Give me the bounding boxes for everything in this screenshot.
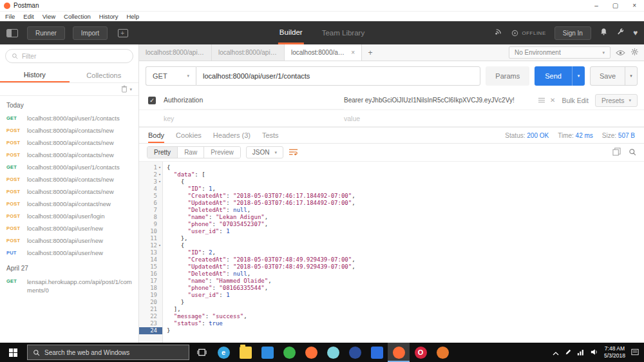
app-teal-icon[interactable] (322, 343, 344, 362)
tab-cookies[interactable]: Cookies (176, 128, 202, 143)
chevron-down-icon[interactable]: ▾ (129, 87, 132, 92)
app-blue-tile-icon[interactable] (366, 343, 388, 362)
method-select[interactable]: GET ▾ (146, 66, 196, 86)
menu-edit[interactable]: Edit (23, 13, 33, 20)
taskbar-clock[interactable]: 7:48 AM 5/3/2018 (604, 345, 625, 359)
history-item[interactable]: POSTlocalhost:8000/api/user/login (0, 210, 138, 222)
header-value[interactable]: Bearer eyJhbGciOiJIUzI1NilsInR5cCl6IkpXV… (344, 97, 535, 104)
tab-team-library[interactable]: Team Library (321, 21, 366, 44)
volume-icon[interactable] (591, 347, 598, 358)
history-item[interactable]: POSTlocalhost:8000/api/contacts/new (0, 173, 138, 186)
environment-preview-eye-icon[interactable] (616, 47, 625, 59)
history-item[interactable]: POSTlocalhost:8000/api/contact/new (0, 198, 138, 210)
save-options-caret[interactable]: ▾ (625, 67, 637, 85)
raw-button[interactable]: Raw (178, 147, 204, 158)
start-button[interactable] (0, 343, 26, 362)
filter-input[interactable]: Filter (5, 49, 133, 63)
size-value[interactable]: 507 B (618, 132, 635, 139)
firefox-icon[interactable] (300, 343, 322, 362)
presets-dropdown[interactable]: Presets ▾ (595, 94, 638, 107)
time-value[interactable]: 42 ms (576, 132, 593, 139)
tab-builder[interactable]: Builder (278, 21, 304, 44)
capture-satellite-icon[interactable] (493, 27, 503, 39)
url-input[interactable]: localhost:8000/api/user/1/contacts (196, 66, 480, 86)
new-request-tab-button[interactable]: + (362, 44, 379, 61)
tools-wrench-icon[interactable] (616, 27, 625, 39)
history-item[interactable]: POSTlocalhost:8000/api/contacts/new (0, 186, 138, 198)
drag-handle-icon[interactable] (538, 98, 545, 103)
tab-headers[interactable]: Headers (3) (213, 128, 251, 143)
app-navy-icon[interactable] (344, 343, 366, 362)
maximize-button[interactable]: ▢ (612, 2, 618, 9)
preview-button[interactable]: Preview (204, 147, 240, 158)
history-item[interactable]: POSTlocalhost:8000/api/user/new (0, 222, 138, 234)
save-button[interactable]: Save ▾ (590, 66, 638, 86)
minimize-button[interactable]: – (594, 2, 598, 9)
search-response-icon[interactable] (629, 147, 636, 158)
send-label[interactable]: Send (535, 66, 572, 86)
params-button[interactable]: Params (486, 66, 529, 86)
header-key[interactable]: Authorization (164, 91, 344, 110)
tray-expand-chevron-icon[interactable] (553, 347, 559, 358)
menu-collection[interactable]: Collection (64, 13, 91, 20)
app-orange-icon[interactable] (431, 343, 453, 362)
bulk-edit-button[interactable]: Bulk Edit (562, 97, 588, 104)
import-button[interactable]: Import (73, 26, 108, 40)
history-item[interactable]: PUTlocalhost:8000/api/user/new (0, 247, 138, 259)
status-value[interactable]: 200 OK (527, 132, 549, 139)
opera-icon[interactable]: O (410, 343, 431, 362)
new-header-key-placeholder[interactable]: key (164, 115, 344, 122)
wrap-lines-icon[interactable] (289, 147, 298, 158)
app-green-icon[interactable] (278, 343, 300, 362)
taskbar-search[interactable]: Search the web and Windows (27, 345, 189, 360)
menu-history[interactable]: History (99, 13, 118, 20)
history-item[interactable]: POSTlocalhost:8000/api/user/new (0, 234, 138, 247)
close-button[interactable]: × (632, 2, 636, 9)
pen-icon[interactable] (565, 347, 571, 358)
send-options-caret[interactable]: ▾ (572, 66, 585, 86)
runner-button[interactable]: Runner (27, 26, 65, 40)
action-center-icon[interactable] (631, 347, 639, 358)
sidebar-toggle-icon[interactable] (6, 29, 18, 37)
environment-select[interactable]: No Environment ▾ (509, 46, 611, 59)
postman-icon[interactable] (388, 343, 410, 362)
menu-file[interactable]: File (5, 13, 15, 20)
history-item[interactable]: GETlocalhost:8000/api/user/1/contacts (0, 161, 138, 173)
favorites-heart-icon[interactable]: ♥ (633, 28, 638, 37)
close-tab-icon[interactable]: × (351, 49, 355, 56)
menu-view[interactable]: View (43, 13, 55, 20)
menu-help[interactable]: Help (126, 13, 139, 20)
store-icon[interactable] (256, 343, 278, 362)
request-tab[interactable]: localhost:8000/api/contacts (212, 44, 285, 61)
new-window-icon[interactable] (118, 29, 128, 37)
request-tab[interactable]: localhost:8000/api/us× (285, 44, 362, 61)
settings-gear-icon[interactable] (630, 47, 639, 59)
copy-icon[interactable] (612, 147, 621, 158)
sign-in-button[interactable]: Sign In (554, 26, 591, 40)
response-body[interactable]: 1▾2▾3▾456789101112▾131415161718192021222… (139, 162, 644, 343)
send-button[interactable]: Send ▾ (535, 66, 585, 86)
edge-icon[interactable]: e (213, 343, 234, 362)
history-item[interactable]: POSTlocalhost:8000/api/contacts/new (0, 124, 138, 137)
network-icon[interactable] (577, 347, 585, 358)
offline-toggle[interactable]: OFFLINE (511, 30, 545, 37)
notifications-bell-icon[interactable] (600, 27, 608, 39)
remove-header-icon[interactable]: ✕ (550, 97, 555, 104)
header-enabled-checkbox[interactable]: ✓ (148, 97, 156, 104)
tab-history[interactable]: History (0, 68, 70, 82)
tab-collections[interactable]: Collections (70, 68, 139, 82)
file-explorer-icon[interactable] (234, 343, 256, 362)
pretty-button[interactable]: Pretty (147, 147, 178, 158)
request-tab[interactable]: localhost:8000/api/user/log (139, 44, 212, 61)
history-item[interactable]: GETlocalhost:8000/api/user/1/contacts (0, 112, 138, 124)
new-header-value-placeholder[interactable]: value (344, 115, 644, 122)
history-item[interactable]: GETlensapi.herokuapp.com/api/post/1/comm… (0, 275, 138, 298)
history-item[interactable]: POSTlocalhost:8000/api/contacts/new (0, 149, 138, 161)
format-select[interactable]: JSON ▾ (246, 146, 283, 158)
tab-body[interactable]: Body (148, 128, 164, 143)
trash-icon[interactable] (121, 84, 128, 95)
tab-tests[interactable]: Tests (262, 128, 279, 143)
task-view-button[interactable] (191, 343, 213, 362)
save-label[interactable]: Save (591, 67, 625, 85)
history-item[interactable]: POSTlocalhost:8000/api/contacts/new (0, 137, 138, 149)
